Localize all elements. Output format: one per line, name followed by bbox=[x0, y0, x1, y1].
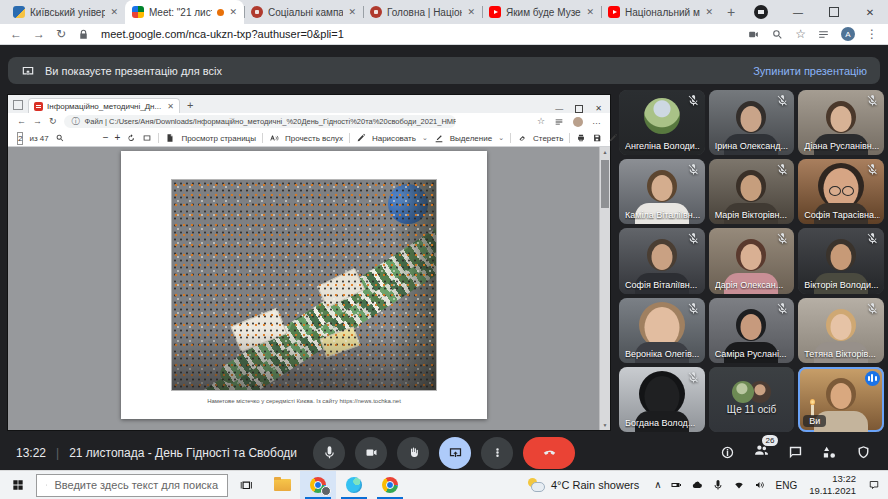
pdf-scrollbar[interactable]: ▲ ▼ bbox=[599, 147, 610, 430]
edge-collections-icon[interactable] bbox=[554, 117, 564, 127]
edge-menu-icon[interactable]: … bbox=[592, 117, 601, 126]
zoom-in-icon[interactable]: + bbox=[115, 133, 121, 143]
highlight-icon[interactable] bbox=[434, 133, 444, 143]
edge-maximize-button[interactable] bbox=[575, 105, 583, 113]
stop-presenting-button[interactable]: Зупинити презентацію bbox=[753, 65, 867, 77]
media-controls-icon[interactable] bbox=[754, 5, 768, 19]
page-view-icon[interactable] bbox=[165, 133, 175, 143]
action-center-icon[interactable] bbox=[868, 479, 880, 491]
print-icon[interactable] bbox=[576, 133, 586, 143]
edge-close-button[interactable]: ✕ bbox=[595, 104, 602, 113]
edit-icon[interactable] bbox=[608, 133, 618, 143]
volume-icon[interactable] bbox=[754, 479, 766, 491]
file-explorer-button[interactable] bbox=[264, 471, 300, 499]
present-button[interactable] bbox=[439, 437, 471, 469]
chevron-down-icon[interactable]: ⌄ bbox=[422, 134, 428, 142]
host-controls-icon[interactable] bbox=[855, 444, 872, 461]
edge-minimize-button[interactable]: — bbox=[555, 104, 563, 113]
tab-close-icon[interactable]: ✕ bbox=[110, 7, 118, 17]
participant-tile[interactable]: Дарія Олексан... bbox=[709, 228, 795, 293]
scroll-down-icon[interactable]: ▼ bbox=[600, 420, 610, 430]
save-icon[interactable] bbox=[592, 133, 602, 143]
minimize-button[interactable]: — bbox=[780, 0, 816, 24]
page-info-icon[interactable]: ⓘ bbox=[72, 116, 80, 127]
edge-forward-icon[interactable]: → bbox=[33, 117, 42, 126]
edge-favorites-icon[interactable]: ☆ bbox=[537, 117, 545, 126]
scrollbar-thumb[interactable] bbox=[601, 160, 609, 208]
participant-tile[interactable]: Ангеліна Володи... bbox=[619, 90, 705, 155]
audio-indicator[interactable] bbox=[865, 371, 880, 386]
more-options-button[interactable] bbox=[481, 437, 513, 469]
browser-tab[interactable]: Національний музей ✕ bbox=[601, 0, 720, 24]
address-bar[interactable]: meet.google.com/nca-ukzn-txp?authuser=0&… bbox=[101, 28, 344, 40]
participant-tile[interactable]: Діана Русланівн... bbox=[798, 90, 884, 155]
participant-tile[interactable]: Марія Вікторівн... bbox=[709, 159, 795, 224]
rotate-icon[interactable] bbox=[126, 133, 136, 143]
tab-close-icon[interactable]: ✕ bbox=[229, 7, 237, 17]
participant-tile[interactable]: Ірина Олександ... bbox=[709, 90, 795, 155]
chrome2-taskbar-button[interactable] bbox=[372, 471, 408, 499]
browser-tab[interactable]: Київський університе ✕ bbox=[6, 0, 125, 24]
erase-icon[interactable] bbox=[517, 133, 527, 143]
reading-list-icon[interactable] bbox=[817, 28, 830, 41]
edge-tab-close-icon[interactable]: ✕ bbox=[167, 102, 174, 111]
task-view-button[interactable] bbox=[228, 471, 264, 499]
tab-close-icon[interactable]: ✕ bbox=[467, 7, 475, 17]
tab-close-icon[interactable]: ✕ bbox=[586, 7, 594, 17]
refresh-icon[interactable]: ↻ bbox=[56, 28, 66, 40]
pdf-content[interactable]: Наметове містечко у середмісті Києва. Із… bbox=[8, 147, 610, 430]
erase-label[interactable]: Стереть bbox=[533, 134, 563, 143]
fit-page-icon[interactable] bbox=[142, 133, 152, 143]
new-tab-button[interactable]: + bbox=[720, 0, 742, 24]
edge-back-icon[interactable]: ← bbox=[17, 117, 26, 126]
maximize-button[interactable] bbox=[816, 0, 852, 24]
mic-button[interactable] bbox=[313, 437, 345, 469]
participant-tile[interactable]: Богдана Волод... bbox=[619, 367, 705, 432]
edge-new-tab-button[interactable]: + bbox=[187, 99, 193, 111]
edge-tab[interactable]: Інформаційно_методичні_Дн... ✕ bbox=[28, 98, 180, 113]
participant-tile[interactable]: Саміра Руслані... bbox=[709, 298, 795, 363]
zoom-out-icon[interactable]: − bbox=[103, 133, 109, 143]
camera-indicator-icon[interactable] bbox=[747, 28, 760, 41]
draw-icon[interactable] bbox=[356, 133, 366, 143]
page-view-label[interactable]: Просмотр страницы bbox=[181, 134, 256, 143]
chat-icon[interactable] bbox=[787, 444, 804, 461]
end-call-button[interactable] bbox=[523, 437, 575, 469]
pdf-page-input[interactable]: 2 bbox=[17, 132, 23, 145]
chrome-menu-icon[interactable]: ⋮ bbox=[866, 28, 878, 40]
close-button[interactable]: ✕ bbox=[852, 0, 888, 24]
read-aloud-icon[interactable] bbox=[269, 133, 279, 143]
camera-button[interactable] bbox=[355, 437, 387, 469]
tab-close-icon[interactable]: ✕ bbox=[348, 7, 356, 17]
participant-tile[interactable]: Каміла Віталіївн... bbox=[619, 159, 705, 224]
draw-label[interactable]: Нарисовать bbox=[372, 134, 416, 143]
activities-icon[interactable] bbox=[821, 444, 838, 461]
highlight-label[interactable]: Выделение bbox=[450, 134, 492, 143]
participant-tile[interactable]: Софія Тарасівна... bbox=[798, 159, 884, 224]
battery-icon[interactable] bbox=[670, 479, 682, 491]
edge-profile-avatar[interactable] bbox=[573, 117, 583, 127]
raise-hand-button[interactable] bbox=[397, 437, 429, 469]
start-button[interactable] bbox=[0, 471, 36, 499]
search-icon[interactable] bbox=[771, 28, 784, 41]
scroll-up-icon[interactable]: ▲ bbox=[600, 147, 610, 157]
hidden-icons-chevron[interactable]: ∧ bbox=[654, 480, 661, 490]
read-aloud-label[interactable]: Прочесть вслух bbox=[285, 134, 343, 143]
browser-tab[interactable]: Головна | Національн ✕ bbox=[363, 0, 482, 24]
participant-tile[interactable]: Вероніка Олегів... bbox=[619, 298, 705, 363]
language-indicator[interactable]: ENG bbox=[775, 480, 797, 491]
cloud-icon[interactable] bbox=[691, 479, 703, 491]
tab-close-icon[interactable]: ✕ bbox=[705, 7, 713, 17]
edge-address-bar[interactable]: ⓘ Файл | C:/Users/Аня/Downloads/Інформац… bbox=[64, 115, 456, 128]
edge-refresh-icon[interactable]: ↻ bbox=[49, 117, 57, 126]
back-icon[interactable]: ← bbox=[10, 28, 22, 40]
weather-widget[interactable]: 4°C Rain showers bbox=[522, 478, 645, 492]
network-icon[interactable] bbox=[733, 479, 745, 491]
taskbar-clock[interactable]: 13:22 19.11.2021 bbox=[806, 473, 859, 497]
browser-tab[interactable]: Яким буде Музей Ма ✕ bbox=[482, 0, 601, 24]
chevron-down-icon[interactable]: ⌄ bbox=[498, 134, 504, 142]
browser-tab[interactable]: Соціальні кампанії М ✕ bbox=[244, 0, 363, 24]
forward-icon[interactable]: → bbox=[33, 28, 45, 40]
taskbar-search-box[interactable]: Введите здесь текст для поиска bbox=[36, 474, 228, 497]
edge-taskbar-button[interactable] bbox=[336, 471, 372, 499]
